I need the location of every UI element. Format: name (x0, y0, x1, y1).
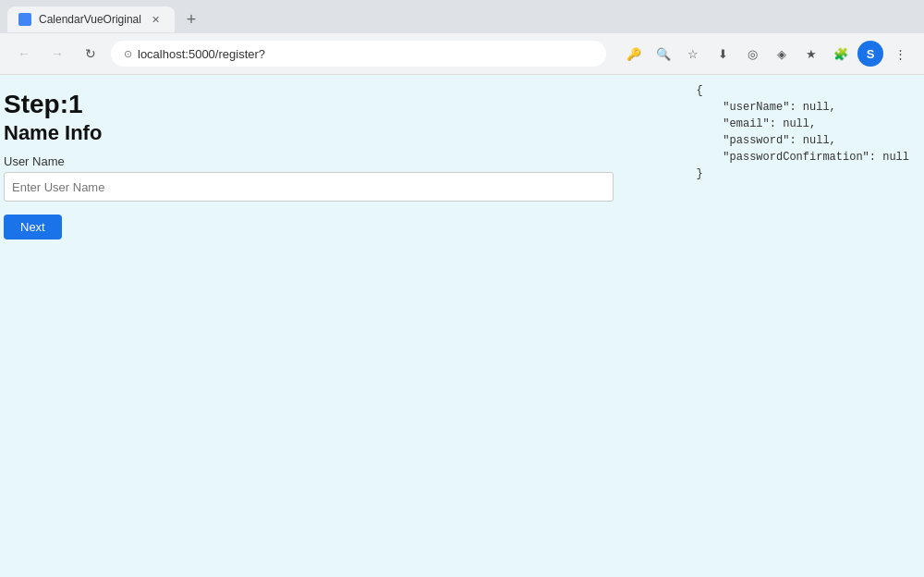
refresh-icon: ↻ (85, 46, 96, 61)
tab-title: CalendarVueOriginal (39, 13, 141, 26)
json-preview: { "userName": null, "email": null, "pass… (697, 82, 909, 182)
extensions-icon[interactable]: 🧩 (828, 41, 854, 67)
browser-chrome: CalendarVueOriginal ✕ + ← → ↻ ⊙ localhos… (0, 0, 924, 75)
username-input[interactable] (4, 172, 614, 202)
page-content: Step:1 Name Info User Name Next { "userN… (0, 75, 924, 577)
forward-button[interactable]: → (44, 41, 70, 67)
tab-bar: CalendarVueOriginal ✕ + (0, 0, 924, 33)
tab-favicon (18, 13, 31, 26)
chrome-icon[interactable]: ◎ (739, 41, 765, 67)
address-bar: ← → ↻ ⊙ localhost:5000/register? 🔑 🔍 ☆ ⬇… (0, 33, 924, 74)
url-bar[interactable]: ⊙ localhost:5000/register? (111, 41, 606, 67)
url-text: localhost:5000/register? (138, 47, 265, 61)
password-manager-icon[interactable]: 🔑 (621, 41, 647, 67)
browser-actions: 🔑 🔍 ☆ ⬇ ◎ ◈ ★ 🧩 S ⋮ (621, 41, 913, 67)
back-button[interactable]: ← (11, 41, 37, 67)
forward-icon: → (51, 46, 64, 61)
search-icon[interactable]: 🔍 (650, 41, 676, 67)
new-tab-button[interactable]: + (178, 6, 204, 32)
lock-icon: ⊙ (124, 48, 132, 60)
extension2-icon[interactable]: ★ (798, 41, 824, 67)
back-icon: ← (18, 46, 30, 61)
active-tab[interactable]: CalendarVueOriginal ✕ (7, 6, 175, 32)
download-icon[interactable]: ⬇ (710, 41, 736, 67)
bookmark-icon[interactable]: ☆ (680, 41, 706, 67)
next-button[interactable]: Next (4, 215, 62, 239)
refresh-button[interactable]: ↻ (78, 41, 103, 67)
profile-button[interactable]: S (857, 41, 883, 67)
menu-icon[interactable]: ⋮ (887, 41, 913, 67)
tab-close-button[interactable]: ✕ (149, 12, 164, 27)
extension1-icon[interactable]: ◈ (769, 41, 795, 67)
